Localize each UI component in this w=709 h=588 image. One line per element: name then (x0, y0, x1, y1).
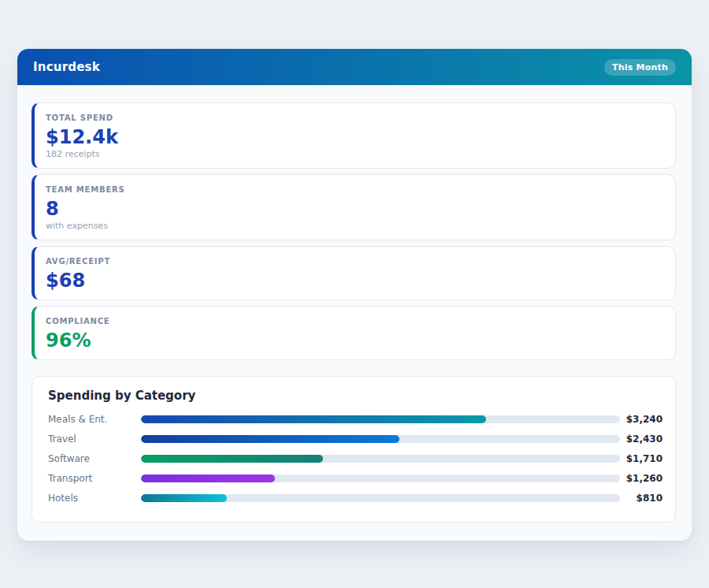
chart-row-hotels: Hotels$810 (48, 488, 663, 508)
spending-chart-card: Spending by Category Meals & Ent.$3,240T… (32, 376, 676, 523)
stat-card-team-members: TEAM MEMBERS8with expenses (32, 174, 676, 240)
stat-card-total-spend: TOTAL SPEND$12.4k182 receipts (32, 102, 676, 169)
category-label: Transport (48, 473, 141, 484)
stat-value: 8 (46, 199, 663, 219)
dashboard-card: Incurdesk This Month TOTAL SPEND$12.4k18… (17, 49, 692, 541)
chart-row-software: Software$1,710 (48, 448, 663, 468)
app-title: Incurdesk (33, 60, 100, 74)
stat-label: COMPLIANCE (46, 317, 663, 326)
chart-rows: Meals & Ent.$3,240Travel$2,430Software$1… (48, 409, 663, 508)
category-label: Hotels (48, 493, 141, 504)
bar-fill (141, 494, 227, 502)
bar-fill (141, 435, 399, 443)
bar-track (141, 415, 620, 423)
stat-subtext: with expenses (46, 221, 663, 231)
stat-card-compliance: COMPLIANCE96% (32, 306, 676, 360)
bar-fill (141, 455, 323, 463)
bar-track (141, 455, 620, 463)
stat-label: TOTAL SPEND (46, 114, 663, 123)
period-badge[interactable]: This Month (604, 59, 676, 76)
stat-value: $12.4k (46, 127, 663, 147)
stat-label: AVG/RECEIPT (46, 257, 663, 266)
category-value: $810 (620, 493, 663, 504)
stat-value: 96% (46, 330, 663, 351)
bar-fill (141, 474, 275, 482)
stat-subtext: 182 receipts (46, 149, 663, 159)
bar-fill (141, 415, 486, 423)
bar-track (141, 494, 620, 502)
bar-track (141, 474, 620, 482)
category-value: $1,710 (620, 453, 663, 464)
dashboard-content: TOTAL SPEND$12.4k182 receiptsTEAM MEMBER… (17, 85, 692, 523)
category-label: Travel (48, 434, 141, 445)
stat-card-avg-receipt: AVG/RECEIPT$68 (32, 246, 676, 300)
category-value: $3,240 (620, 414, 663, 425)
chart-title: Spending by Category (48, 389, 663, 402)
chart-row-travel: Travel$2,430 (48, 429, 663, 448)
stat-value: $68 (46, 270, 663, 291)
app-header: Incurdesk This Month (17, 49, 692, 85)
stat-label: TEAM MEMBERS (46, 185, 663, 195)
bar-track (141, 435, 620, 443)
category-value: $2,430 (620, 434, 663, 445)
chart-row-meals-ent-: Meals & Ent.$3,240 (48, 409, 663, 429)
category-label: Meals & Ent. (48, 414, 141, 425)
chart-row-transport: Transport$1,260 (48, 468, 663, 488)
stats-section: TOTAL SPEND$12.4k182 receiptsTEAM MEMBER… (32, 102, 676, 360)
category-label: Software (48, 453, 141, 464)
category-value: $1,260 (620, 473, 663, 484)
